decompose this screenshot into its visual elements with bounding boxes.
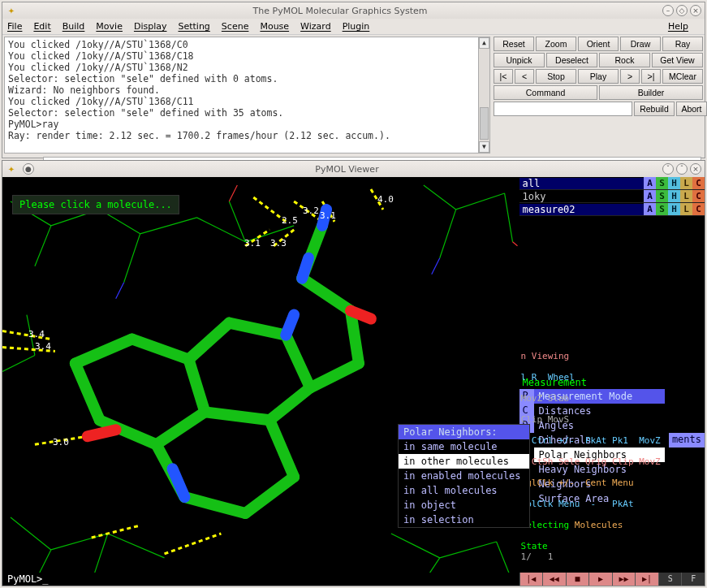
- orient-button[interactable]: Orient: [578, 37, 619, 51]
- submenu-in-object[interactable]: in object: [399, 498, 529, 512]
- abort-button[interactable]: Abort: [676, 102, 707, 116]
- menu-edit[interactable]: Edit: [33, 21, 50, 32]
- console-line: Wizard: No neighbors found.: [8, 84, 486, 96]
- app-icon: ✦: [6, 163, 17, 175]
- submenu-header: Polar Neighbors:: [399, 425, 529, 439]
- object-row-all[interactable]: all ASHLC: [519, 177, 705, 190]
- play-s-button[interactable]: S: [658, 573, 682, 586]
- viewer-window: ✦ ● PyMOL Viewer ˇ ˆ ×: [2, 160, 705, 586]
- play-button[interactable]: Play: [578, 69, 619, 84]
- menu-build[interactable]: Build: [63, 21, 85, 32]
- submenu-all-molecules[interactable]: in all molecules: [399, 483, 529, 498]
- menu-movie[interactable]: Movie: [96, 21, 123, 32]
- scroll-up-icon[interactable]: ▲: [479, 37, 489, 49]
- last-frame-button[interactable]: >|: [641, 69, 661, 84]
- viewer-titlebar: ✦ ● PyMOL Viewer ˇ ˆ ×: [2, 161, 705, 177]
- console-line: You clicked /1oky//A/STU`1368/C11: [8, 96, 486, 107]
- builder-button[interactable]: Builder: [599, 85, 703, 100]
- play-rew-icon[interactable]: ◀◀: [542, 573, 566, 586]
- distance-label: 3.0: [53, 437, 69, 447]
- play-ff-icon[interactable]: ▶▶: [612, 573, 636, 586]
- viewer-title: PyMOL Viewer: [34, 164, 660, 175]
- deselect-button[interactable]: Deselect: [546, 53, 597, 67]
- window-title: The PyMOL Molecular Graphics System: [20, 6, 660, 16]
- console-line: You clicked /1oky//A/STU`1368/N2: [8, 62, 486, 73]
- menu-display[interactable]: Display: [134, 21, 167, 32]
- menu-wizard[interactable]: Wizard: [300, 21, 331, 32]
- play-last-icon[interactable]: ▶|: [635, 573, 658, 586]
- console-line: PyMOL>ray: [8, 119, 486, 130]
- control-panel: Reset Zoom Orient Draw Ray Unpick Desele…: [492, 35, 705, 155]
- play-stop-icon[interactable]: ■: [566, 573, 589, 586]
- first-frame-button[interactable]: |<: [494, 69, 513, 84]
- distance-label: 3.1: [320, 210, 336, 221]
- command-input[interactable]: [494, 102, 632, 116]
- menu-plugin[interactable]: Plugin: [343, 21, 370, 32]
- minimize-icon[interactable]: ˇ: [662, 163, 674, 175]
- prev-frame-button[interactable]: <: [515, 69, 534, 84]
- console-line: You clicked /1oky//A/STU`1368/C18: [8, 50, 486, 62]
- main-window: ✦ The PyMOL Molecular Graphics System – …: [2, 2, 705, 158]
- maximize-icon[interactable]: ◇: [676, 5, 688, 16]
- distance-label: 3.3: [270, 238, 287, 249]
- wizard-hint: Please click a molecule...: [12, 195, 179, 214]
- color-icon[interactable]: C: [692, 177, 705, 189]
- hide-icon[interactable]: H: [668, 177, 680, 189]
- getview-button[interactable]: Get View: [652, 53, 703, 67]
- close-icon[interactable]: ×: [690, 163, 701, 175]
- viewer-prompt[interactable]: PyMOL>_: [4, 573, 518, 586]
- submenu-enabled-molecules[interactable]: in enabled molecules: [399, 469, 529, 483]
- app-icon: ✦: [6, 5, 17, 16]
- menu-help[interactable]: Help: [668, 21, 688, 32]
- object-row-1oky[interactable]: 1oky ASHLC: [519, 190, 705, 203]
- submenu-same-molecule[interactable]: in same molecule: [399, 439, 529, 454]
- scroll-thumb[interactable]: [480, 107, 489, 140]
- polar-neighbors-submenu: Polar Neighbors: in same molecule in oth…: [398, 424, 530, 528]
- menu-scene[interactable]: Scene: [222, 21, 249, 32]
- distance-label: 3.1: [244, 238, 261, 249]
- object-panel: all ASHLC 1oky ASHLC measure02 ASHLC Mea…: [519, 177, 705, 586]
- console-output: You clicked /1oky//A/STU`1368/C0 You cli…: [4, 37, 490, 153]
- mouse-status: n Viewing l R Wheel MovZ Slab Clip MovS …: [519, 340, 705, 573]
- menu-file[interactable]: File: [7, 21, 22, 32]
- console-line: You clicked /1oky//A/STU`1368/C0: [8, 39, 486, 50]
- show-icon[interactable]: S: [656, 177, 668, 189]
- distance-label: 4.0: [377, 194, 394, 205]
- play-f-button[interactable]: F: [681, 573, 705, 586]
- ray-button[interactable]: Ray: [662, 37, 703, 51]
- command-button[interactable]: Command: [494, 85, 597, 100]
- console-line: Selector: selection "sele" defined with …: [8, 73, 486, 84]
- menu-setting[interactable]: Setting: [178, 21, 209, 32]
- viewer-sticky-icon[interactable]: ●: [23, 163, 34, 175]
- unpick-button[interactable]: Unpick: [494, 53, 545, 67]
- submenu-other-molecules[interactable]: in other molecules: [399, 454, 529, 469]
- zoom-button[interactable]: Zoom: [536, 37, 576, 51]
- reset-button[interactable]: Reset: [494, 37, 534, 51]
- mclear-button[interactable]: MClear: [662, 69, 703, 84]
- distance-label: 3.4: [35, 341, 51, 352]
- distance-label: 3.2: [303, 205, 319, 216]
- draw-button[interactable]: Draw: [620, 37, 661, 51]
- play-play-icon[interactable]: ▶: [588, 573, 612, 586]
- distance-label: 2.5: [282, 215, 298, 226]
- distance-label: 3.4: [28, 329, 45, 339]
- minimize-icon[interactable]: –: [662, 5, 674, 16]
- console-scrollbar[interactable]: ▲ ▼: [478, 37, 489, 153]
- scroll-down-icon[interactable]: ▼: [479, 141, 489, 153]
- action-icon[interactable]: A: [644, 177, 656, 189]
- maximize-icon[interactable]: ˆ: [676, 163, 688, 175]
- main-titlebar: ✦ The PyMOL Molecular Graphics System – …: [2, 2, 705, 19]
- next-frame-button[interactable]: >: [620, 69, 640, 84]
- submenu-in-selection[interactable]: in selection: [399, 512, 529, 527]
- menu-mouse[interactable]: Mouse: [260, 21, 289, 32]
- playbar: |◀ ◀◀ ■ ▶ ▶▶ ▶| S F: [519, 573, 705, 586]
- console-line: Ray: render time: 2.12 sec. = 1700.2 fra…: [8, 130, 486, 141]
- label-icon[interactable]: L: [680, 177, 692, 189]
- play-first-icon[interactable]: |◀: [519, 573, 543, 586]
- close-icon[interactable]: ×: [690, 5, 701, 16]
- object-row-measure02[interactable]: measure02 ASHLC: [519, 203, 705, 216]
- menubar: File Edit Build Movie Display Setting Sc…: [2, 19, 705, 35]
- rock-button[interactable]: Rock: [599, 53, 650, 67]
- stop-button[interactable]: Stop: [536, 69, 576, 84]
- rebuild-button[interactable]: Rebuild: [634, 102, 675, 116]
